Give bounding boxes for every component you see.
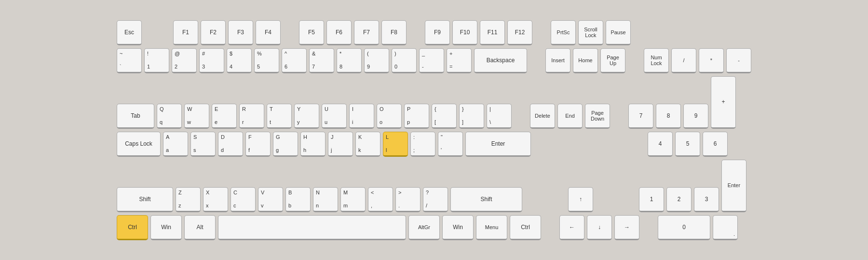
key-esc[interactable]: Esc xyxy=(117,20,142,45)
key-f1[interactable]: F1 xyxy=(173,20,198,45)
key-n[interactable]: N n xyxy=(313,187,338,212)
key-left[interactable]: ← xyxy=(559,215,584,240)
key-num4[interactable]: 4 xyxy=(648,132,673,157)
key-v[interactable]: V v xyxy=(258,187,283,212)
key-rwin[interactable]: Win xyxy=(442,215,474,240)
key-f12[interactable]: F12 xyxy=(507,20,532,45)
key-d[interactable]: D d xyxy=(218,132,243,157)
key-a[interactable]: A a xyxy=(163,132,188,157)
key-backslash[interactable]: | \ xyxy=(487,104,512,129)
key-8[interactable]: * 8 xyxy=(337,48,362,73)
key-tab[interactable]: Tab xyxy=(117,104,154,129)
key-comma[interactable]: < , xyxy=(368,187,393,212)
key-f7[interactable]: F7 xyxy=(354,20,379,45)
key-f10[interactable]: F10 xyxy=(452,20,477,45)
key-numdot[interactable]: . xyxy=(713,215,738,240)
key-numminus[interactable]: - xyxy=(726,48,751,73)
key-lwin[interactable]: Win xyxy=(150,215,182,240)
key-pageup[interactable]: PageUp xyxy=(600,48,625,73)
key-numslash[interactable]: / xyxy=(671,48,696,73)
key-5[interactable]: % 5 xyxy=(254,48,279,73)
key-num2[interactable]: 2 xyxy=(666,187,692,212)
key-right[interactable]: → xyxy=(614,215,639,240)
key-slash[interactable]: ? / xyxy=(423,187,448,212)
key-num5[interactable]: 5 xyxy=(675,132,700,157)
key-num7[interactable]: 7 xyxy=(628,104,653,129)
key-p[interactable]: P p xyxy=(404,104,429,129)
key-f8[interactable]: F8 xyxy=(381,20,407,45)
key-f5[interactable]: F5 xyxy=(299,20,324,45)
key-z[interactable]: Z z xyxy=(176,187,201,212)
key-num0[interactable]: 0 xyxy=(658,215,710,240)
key-numlock[interactable]: NumLock xyxy=(644,48,669,73)
key-num8[interactable]: 8 xyxy=(656,104,681,129)
key-l[interactable]: L l xyxy=(383,132,408,157)
key-backspace[interactable]: Backspace xyxy=(474,48,527,73)
key-menu[interactable]: Menu xyxy=(476,215,507,240)
key-space[interactable] xyxy=(218,215,406,240)
key-home[interactable]: Home xyxy=(573,48,598,73)
key-e[interactable]: E e xyxy=(212,104,237,129)
key-num9[interactable]: 9 xyxy=(683,104,708,129)
key-c[interactable]: C c xyxy=(231,187,256,212)
key-f6[interactable]: F6 xyxy=(326,20,352,45)
key-t[interactable]: T t xyxy=(267,104,292,129)
key-numstar[interactable]: * xyxy=(699,48,724,73)
key-num3[interactable]: 3 xyxy=(694,187,719,212)
key-insert[interactable]: Insert xyxy=(545,48,570,73)
key-2[interactable]: @ 2 xyxy=(172,48,197,73)
key-capslock[interactable]: Caps Lock xyxy=(117,132,161,157)
key-lbracket[interactable]: { [ xyxy=(432,104,457,129)
key-b[interactable]: B b xyxy=(285,187,311,212)
key-altgr[interactable]: AltGr xyxy=(408,215,440,240)
key-lctrl[interactable]: Ctrl xyxy=(117,215,148,240)
key-q[interactable]: Q q xyxy=(157,104,182,129)
key-4[interactable]: $ 4 xyxy=(227,48,252,73)
key-f[interactable]: F f xyxy=(245,132,271,157)
key-f9[interactable]: F9 xyxy=(425,20,450,45)
key-y[interactable]: Y y xyxy=(294,104,319,129)
key-6[interactable]: ^ 6 xyxy=(282,48,307,73)
key-o[interactable]: O o xyxy=(377,104,402,129)
key-num1[interactable]: 1 xyxy=(639,187,664,212)
key-numplus[interactable]: + xyxy=(711,76,736,129)
key-rshift[interactable]: Shift xyxy=(450,187,522,212)
key-h[interactable]: H h xyxy=(300,132,326,157)
key-g[interactable]: G g xyxy=(273,132,298,157)
key-0[interactable]: ) 0 xyxy=(392,48,417,73)
key-x[interactable]: X x xyxy=(203,187,228,212)
key-7[interactable]: & 7 xyxy=(309,48,334,73)
key-num6[interactable]: 6 xyxy=(703,132,728,157)
key-s[interactable]: S s xyxy=(190,132,216,157)
key-up[interactable]: ↑ xyxy=(568,187,593,212)
key-minus[interactable]: _ - xyxy=(419,48,444,73)
key-end[interactable]: End xyxy=(557,104,583,129)
key-1[interactable]: ! 1 xyxy=(144,48,169,73)
key-numenter[interactable]: Enter xyxy=(721,160,746,212)
key-scrolllock[interactable]: ScrollLock xyxy=(578,20,603,45)
key-i[interactable]: I i xyxy=(349,104,374,129)
key-w[interactable]: W w xyxy=(184,104,209,129)
key-lshift[interactable]: Shift xyxy=(117,187,173,212)
key-f2[interactable]: F2 xyxy=(201,20,226,45)
key-9[interactable]: ( 9 xyxy=(364,48,389,73)
key-prtsc[interactable]: PrtSc xyxy=(551,20,576,45)
key-3[interactable]: # 3 xyxy=(199,48,224,73)
key-pagedown[interactable]: PageDown xyxy=(585,104,610,129)
key-enter[interactable]: Enter xyxy=(465,132,531,157)
key-m[interactable]: M m xyxy=(340,187,366,212)
key-pause[interactable]: Pause xyxy=(606,20,631,45)
key-semicolon[interactable]: : ; xyxy=(410,132,435,157)
key-rctrl[interactable]: Ctrl xyxy=(510,215,541,240)
key-delete[interactable]: Delete xyxy=(530,104,555,129)
key-rbracket[interactable]: } ] xyxy=(459,104,484,129)
key-u[interactable]: U u xyxy=(322,104,347,129)
key-period[interactable]: > . xyxy=(395,187,420,212)
key-k[interactable]: K k xyxy=(355,132,380,157)
key-lalt[interactable]: Alt xyxy=(184,215,216,240)
key-f4[interactable]: F4 xyxy=(256,20,281,45)
key-down[interactable]: ↓ xyxy=(587,215,612,240)
key-f3[interactable]: F3 xyxy=(228,20,253,45)
key-equals[interactable]: + = xyxy=(447,48,472,73)
key-r[interactable]: R r xyxy=(239,104,264,129)
